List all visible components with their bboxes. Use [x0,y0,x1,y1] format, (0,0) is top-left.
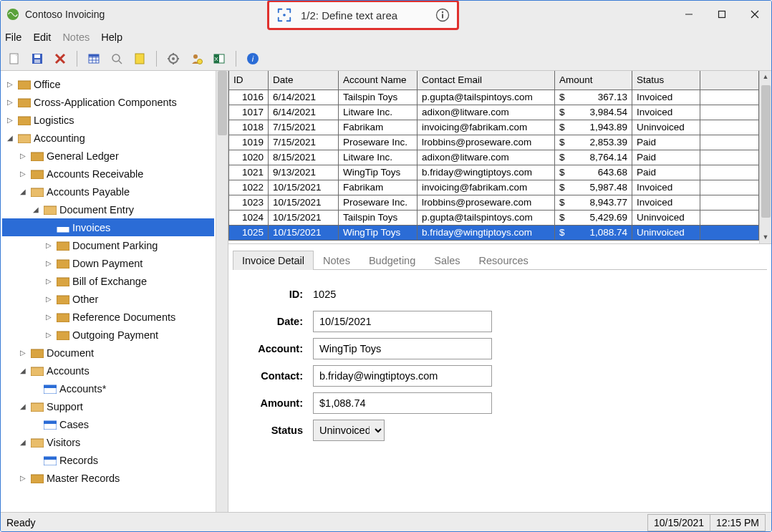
col-id[interactable]: ID [229,71,269,90]
grid-scrollbar[interactable]: ▲▼ [759,71,771,243]
close-button[interactable] [738,1,771,28]
folder-icon [31,151,44,161]
tree-item-support[interactable]: ◢Support [2,397,214,415]
svg-rect-13 [34,59,40,63]
settings-button[interactable] [165,51,181,67]
tree-item-accounts-star[interactable]: Accounts* [2,379,214,397]
save-button[interactable] [29,51,45,67]
tree-item-cac[interactable]: ▷Cross-Application Components [2,93,214,111]
tree-item-master-records[interactable]: ▷Master Records [2,469,214,487]
svg-rect-57 [44,385,57,388]
folder-icon [57,294,69,304]
tree-item-down-payment[interactable]: ▷Down Payment [2,254,214,272]
svg-rect-43 [31,170,44,179]
contact-input[interactable] [313,365,492,387]
folder-icon [31,169,44,179]
tree-item-bill-of-exchange[interactable]: ▷Bill of Exchange [2,272,214,290]
table-row[interactable]: 10187/15/2021Fabrikaminvoicing@fabrikam.… [229,120,759,135]
tree-item-document[interactable]: ▷Document [2,344,214,362]
toolbar-separator [77,51,77,67]
svg-rect-49 [57,260,69,269]
tree-scrollbar[interactable] [216,71,228,512]
svg-text:X: X [214,56,218,62]
tree-item-logistics[interactable]: ▷Logistics [2,111,214,129]
svg-rect-48 [57,242,69,251]
folder-open-icon [44,205,57,215]
account-input[interactable] [313,338,492,359]
col-amount[interactable]: Amount [555,71,632,90]
label-account: Account: [238,343,303,354]
col-date[interactable]: Date [269,71,339,90]
maximize-button[interactable] [705,1,738,28]
label-amount: Amount: [238,397,303,409]
svg-rect-63 [44,457,57,460]
folder-icon [57,258,69,269]
status-text: Ready [6,517,35,528]
delete-button[interactable] [52,51,68,67]
svg-point-7 [442,11,443,13]
table-row[interactable]: 10208/15/2021Litware Inc.adixon@litware.… [229,150,759,165]
svg-rect-55 [31,367,44,376]
note-button[interactable] [132,51,148,67]
folder-icon [31,473,44,483]
tree-item-cases[interactable]: Cases [2,415,214,433]
invoice-grid[interactable]: ID Date Account Name Contact Email Amoun… [228,71,759,243]
status-select[interactable]: Uninvoiced [313,420,385,441]
navigation-tree[interactable]: ▷Office ▷Cross-Application Components ▷L… [1,71,216,512]
table-row[interactable]: 102310/15/2021Proseware Inc.lrobbins@pro… [229,195,759,210]
tree-item-accounts-payable[interactable]: ◢Accounts Payable [2,183,214,200]
menu-notes[interactable]: Notes [62,32,90,43]
scroll-down-icon[interactable]: ▼ [760,231,771,243]
tree-item-visitors[interactable]: ◢Visitors [2,433,214,451]
user-button[interactable] [188,51,204,67]
folder-open-icon [31,437,44,448]
svg-rect-64 [31,475,44,483]
tree-item-document-parking[interactable]: ▷Document Parking [2,236,214,254]
tree-item-general-ledger[interactable]: ▷General Ledger [2,147,214,165]
table-row[interactable]: 10219/13/2021WingTip Toysb.friday@wingti… [229,165,759,180]
col-status[interactable]: Status [632,71,700,90]
tree-item-accounts[interactable]: ◢Accounts [2,362,214,379]
tab-resources[interactable]: Resources [470,251,538,270]
tree-item-other[interactable]: ▷Other [2,290,214,308]
info-button[interactable]: i [245,51,261,67]
info-icon[interactable] [435,8,450,22]
tree-item-invoices[interactable]: Invoices [2,218,214,236]
folder-icon [57,276,69,286]
table-row[interactable]: 10197/15/2021Proseware Inc.lrobbins@pros… [229,135,759,150]
menu-file[interactable]: File [5,32,21,43]
tree-item-document-entry[interactable]: ◢Document Entry [2,200,214,218]
table-row[interactable]: 102510/15/2021WingTip Toysb.friday@wingt… [229,225,759,240]
minimize-button[interactable] [672,1,705,28]
table-row[interactable]: 10166/14/2021Tailspin Toysp.gupta@tailsp… [229,90,759,105]
tab-sales[interactable]: Sales [425,251,469,270]
tree-item-outgoing-payment[interactable]: ▷Outgoing Payment [2,326,214,344]
folder-icon [31,348,44,358]
tab-notes[interactable]: Notes [314,251,360,270]
search-button[interactable] [109,51,125,67]
table-row[interactable]: 102210/15/2021Fabrikaminvoicing@fabrikam… [229,180,759,195]
tree-item-reference-documents[interactable]: ▷Reference Documents [2,308,214,326]
table-row[interactable]: 102410/15/2021Tailspin Toysp.gupta@tails… [229,210,759,225]
col-contact[interactable]: Contact Email [418,71,555,90]
table-icon [44,455,57,465]
folder-icon [18,79,31,90]
date-input[interactable] [313,311,492,332]
svg-rect-8 [442,14,443,19]
tab-invoice-detail[interactable]: Invoice Detail [233,251,314,270]
menu-help[interactable]: Help [101,32,122,43]
svg-point-26 [172,57,175,60]
excel-button[interactable]: X [211,51,227,67]
scroll-up-icon[interactable]: ▲ [760,71,771,83]
tree-item-accounts-receivable[interactable]: ▷Accounts Receivable [2,165,214,183]
grid-button[interactable] [86,51,102,67]
tree-item-records[interactable]: Records [2,451,214,469]
amount-input[interactable] [313,392,492,414]
menu-edit[interactable]: Edit [33,32,51,43]
col-account[interactable]: Account Name [339,71,418,90]
tree-item-office[interactable]: ▷Office [2,75,214,93]
table-row[interactable]: 10176/14/2021Litware Inc.adixon@litware.… [229,105,759,120]
tab-budgeting[interactable]: Budgeting [360,251,425,270]
tree-item-accounting[interactable]: ◢Accounting [2,129,214,147]
new-button[interactable] [6,51,22,67]
